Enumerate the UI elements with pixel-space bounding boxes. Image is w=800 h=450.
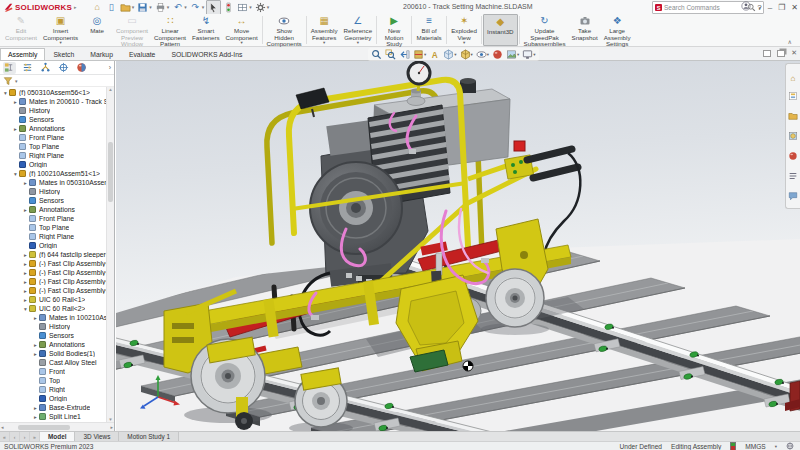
taskpane-view-palette-button[interactable] [788, 127, 798, 145]
display-style-button[interactable]: ▾ [460, 49, 473, 60]
display-panes-button[interactable]: ▾ [236, 1, 253, 14]
tree-expand-icon[interactable]: ▸ [32, 414, 39, 420]
home-button[interactable]: ⌂ [91, 1, 104, 14]
open-document-button[interactable]: ▾ [119, 1, 136, 14]
units-dropdown-icon[interactable]: ▾ [775, 444, 777, 449]
apply-scene-button[interactable]: ▾ [506, 49, 519, 60]
panel-tab-dimxpertmanager[interactable] [57, 62, 70, 74]
bill-of-materials-button[interactable]: ≡Bill of Materials [413, 14, 445, 46]
tree-expand-icon[interactable]: ▸ [32, 351, 39, 357]
view-orientation-button[interactable]: ▾ [443, 49, 456, 60]
instant3d-button[interactable]: ◆Instant3D [483, 14, 517, 46]
tree-item[interactable]: History [0, 106, 114, 115]
new-motion-study-button[interactable]: ▶New Motion Study [378, 14, 410, 46]
move-component-button[interactable]: ↔Move Component▾ [223, 14, 261, 46]
toolbar-expand-icon[interactable]: ▸ [74, 4, 77, 10]
doc-tab-3d-views[interactable]: 3D Views [75, 432, 119, 441]
panel-tab-configurationmanager[interactable] [39, 62, 52, 74]
taskpane-custom-properties-button[interactable] [788, 167, 798, 185]
tree-horizontal-scrollbar[interactable]: ◂▸ [0, 422, 114, 431]
solidworks-logo[interactable]: SOLIDWORKS ▸ [0, 3, 81, 12]
tree-item[interactable]: ▸(f) 644 fastclip sleeper<1> [0, 250, 114, 259]
select-button[interactable] [206, 0, 221, 15]
previous-view-button[interactable] [399, 49, 410, 60]
tree-item[interactable]: Top Plane [0, 223, 114, 232]
tree-item[interactable]: Sensors [0, 196, 114, 205]
viewport-3d-scene[interactable] [116, 61, 800, 431]
tree-item[interactable]: ▸Mates in 200610 - Track Setting Ma [0, 97, 114, 106]
tree-item[interactable]: Front Plane [0, 214, 114, 223]
redo-button[interactable]: ↷▾ [189, 1, 206, 14]
component-preview-button[interactable]: ▭Component Preview Window [113, 14, 151, 46]
tree-item[interactable]: Top Plane [0, 142, 114, 151]
ribbon-collapse-icon[interactable]: ∧ [788, 38, 792, 45]
exploded-view-button[interactable]: ✶Exploded View▾ [448, 14, 480, 46]
tree-expand-icon[interactable]: ▸ [22, 288, 29, 294]
taskpane-forum-button[interactable] [788, 187, 798, 205]
tree-item[interactable]: Front Plane [0, 133, 114, 142]
panel-tab-propertymanager[interactable] [21, 62, 34, 74]
doc-tab-model[interactable]: Model [40, 432, 75, 441]
insert-components-button[interactable]: ▣Insert Components▾ [40, 14, 81, 46]
tree-expand-icon[interactable]: ▸ [22, 261, 29, 267]
minimize-button[interactable]: – [768, 3, 772, 12]
filter-icon[interactable] [3, 76, 13, 86]
tree-expand-icon[interactable]: ▸ [32, 315, 39, 321]
tab-solidworks-add-ins[interactable]: SOLIDWORKS Add-Ins [163, 48, 250, 60]
scroll-prev-icon[interactable]: ‹ [10, 432, 20, 441]
options-gear-button[interactable]: ▾ [254, 1, 271, 14]
hide-show-items-button[interactable]: ▾ [476, 49, 489, 60]
linear-pattern-button[interactable]: ∷Linear Component Pattern▾ [151, 14, 189, 46]
edit-appearance-button[interactable] [492, 49, 503, 60]
mate-button[interactable]: ◎Mate [81, 14, 113, 46]
panel-tabs-overflow-icon[interactable]: › [109, 64, 111, 71]
tab-assembly[interactable]: Assembly [0, 48, 45, 60]
tree-item[interactable]: Sensors [0, 115, 114, 124]
close-button[interactable]: ✕ [791, 3, 798, 12]
tree-item[interactable]: ▸Split Line1 [0, 412, 114, 421]
tree-item[interactable]: ▸(-) Fast Clip Assembly<1> [0, 259, 114, 268]
scroll-last-icon[interactable]: » [30, 432, 40, 441]
taskpane-home-button[interactable]: ⌂ [788, 67, 798, 85]
tree-vertical-scrollbar[interactable]: ▲▼ [106, 87, 114, 422]
filter-dropdown-icon[interactable]: ▾ [15, 78, 18, 84]
panel-tab-displaymanager[interactable] [75, 62, 88, 74]
tab-markup[interactable]: Markup [82, 48, 121, 60]
update-speedpak-button[interactable]: ↻Update SpeedPak Subassemblies [521, 14, 569, 46]
tree-item[interactable]: Right Plane [0, 232, 114, 241]
doc-tab-motion-study-1[interactable]: Motion Study 1 [119, 432, 179, 441]
section-view-button[interactable]: ▾ [413, 49, 426, 60]
dynamic-annotations-button[interactable]: A [429, 49, 440, 60]
tree-expand-icon[interactable]: ▸ [22, 252, 29, 258]
tab-sketch[interactable]: Sketch [45, 48, 82, 60]
tree-item[interactable]: Origin [0, 241, 114, 250]
tree-item[interactable]: ▸(-) Fast Clip Assembly<4> [0, 286, 114, 295]
tree-expand-icon[interactable]: ▾ [22, 306, 29, 312]
tree-item[interactable]: ▸Solid Bodies(1) [0, 349, 114, 358]
undo-button[interactable]: ↶▾ [171, 1, 188, 14]
tree-expand-icon[interactable]: ▾ [2, 90, 9, 96]
zoom-to-area-button[interactable] [385, 49, 396, 60]
tab-evaluate[interactable]: Evaluate [121, 48, 163, 60]
tree-expand-icon[interactable]: ▸ [22, 180, 29, 186]
tree-item[interactable]: ▸UIC 60 Rail<1> [0, 295, 114, 304]
tree-item[interactable]: ▸(-) Fast Clip Assembly<2> [0, 268, 114, 277]
tree-item[interactable]: Right Plane [0, 151, 114, 160]
edit-component-button[interactable]: ✎Edit Component [2, 14, 40, 46]
tree-item[interactable]: ▸Mates in 100210Assem51 [0, 313, 114, 322]
graphics-viewport[interactable] [116, 61, 800, 431]
tree-expand-icon[interactable]: ▸ [22, 297, 29, 303]
tree-expand-icon[interactable]: ▸ [22, 279, 29, 285]
scroll-next-icon[interactable]: › [20, 432, 30, 441]
help-globe-icon[interactable] [786, 442, 794, 450]
taskpane-design-library-button[interactable] [788, 87, 798, 105]
smart-fasteners-button[interactable]: ↯Smart Fasteners [189, 14, 223, 46]
zoom-to-fit-button[interactable] [371, 49, 382, 60]
tree-expand-icon[interactable]: ▸ [12, 99, 19, 105]
tree-item[interactable]: ▸Base-Extrude [0, 403, 114, 412]
stoplight-button[interactable] [222, 1, 235, 14]
tree-expand-icon[interactable]: ▸ [22, 207, 29, 213]
tree-item[interactable]: Top [0, 376, 114, 385]
doc-restore-icon[interactable] [777, 50, 785, 57]
new-document-button[interactable]: ▯ [105, 1, 118, 14]
